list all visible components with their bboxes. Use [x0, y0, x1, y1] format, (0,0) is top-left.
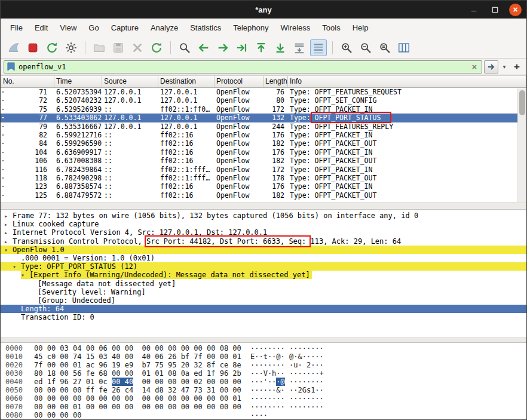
detail-line-3[interactable]: ▸Transmission Control Protocol, Src Port…	[1, 237, 526, 246]
minimize-icon[interactable]: –	[467, 3, 480, 16]
detail-line-11[interactable]: Length: 64	[1, 305, 526, 313]
packet-row-116[interactable]: 1166.782439864::ff02::1:fff…OpenFlow172T…	[1, 165, 526, 174]
hex-row-0000[interactable]: 000000 00 03 04 00 06 00 00 00 00 00 00 …	[5, 344, 526, 352]
detail-line-1[interactable]: ▸Linux cooked capture	[1, 220, 526, 228]
menu-item-view[interactable]: View	[54, 21, 82, 35]
detail-line-2[interactable]: ▸Internet Protocol Version 4, Src: 127.0…	[1, 228, 526, 237]
expander-right-icon[interactable]: ▸	[4, 238, 13, 246]
hex-row-0080[interactable]: 008000 00 00 00····	[5, 411, 526, 419]
clear-filter-icon[interactable]: ×	[470, 62, 479, 72]
scrollbar-thumb[interactable]	[519, 90, 525, 115]
menu-item-file[interactable]: File	[4, 21, 29, 35]
go-forward-icon[interactable]	[215, 39, 231, 56]
hex-bytes: 00 00 00 01 00 00 00 00 00 00 00 00 00 0…	[34, 403, 242, 411]
add-filter-button[interactable]: +	[510, 60, 523, 73]
packet-row-75[interactable]: 756.529526939::ff02::1:ff0…OpenFlow172Ty…	[1, 105, 526, 114]
packet-row-84[interactable]: 846.599296590::ff02::16OpenFlow182Type: …	[1, 139, 526, 148]
cell-dst: 127.0.0.1	[158, 88, 215, 96]
display-filter-input[interactable]: openflow_v1 ×	[4, 60, 482, 73]
packet-row-77[interactable]: 776.533403062127.0.0.1127.0.0.1OpenFlow1…	[1, 114, 526, 122]
close-icon[interactable]: ×	[509, 4, 522, 16]
column-header-destination[interactable]: Destination	[158, 76, 215, 87]
expander-down-icon[interactable]: ▾	[13, 263, 21, 271]
hex-row-0050[interactable]: 005000 00 00 00 ff fe 26 c4 14 d8 32 47 …	[5, 386, 526, 394]
expander-right-icon[interactable]: ▸	[4, 212, 13, 220]
save-file-icon[interactable]	[110, 39, 127, 56]
expander-right-icon[interactable]: ▸	[4, 220, 13, 229]
stop-capture-icon[interactable]	[24, 39, 41, 56]
filter-bookmark-icon[interactable]	[7, 62, 15, 71]
detail-line-4[interactable]: ▾OpenFlow 1.0	[1, 246, 526, 254]
column-header-protocol[interactable]: Protocol	[215, 76, 264, 87]
packet-row-72[interactable]: 726.520740232127.0.0.1127.0.0.1OpenFlow8…	[1, 96, 526, 105]
apply-filter-button[interactable]	[484, 60, 498, 73]
column-header-no[interactable]: No.	[1, 76, 54, 87]
detail-line-6[interactable]: ▾Type: OFPT_PORT_STATUS (12)	[1, 262, 526, 271]
hex-row-0020[interactable]: 00207f 00 00 01 ac 96 19 e9 b7 75 95 20 …	[5, 361, 526, 369]
hex-row-0030[interactable]: 003080 18 00 56 fe 68 00 00 01 01 08 0a …	[5, 369, 526, 378]
colorize-icon[interactable]	[310, 39, 327, 56]
packet-row-125[interactable]: 1256.887479572::ff02::16OpenFlow182Type:…	[1, 191, 526, 200]
hex-row-0070[interactable]: 007000 00 00 01 00 00 00 00 00 00 00 00 …	[5, 403, 526, 411]
detail-line-8[interactable]: [Message data not dissected yet]	[1, 280, 526, 288]
packet-row-82[interactable]: 826.599212716::ff02::16OpenFlow176Type: …	[1, 131, 526, 139]
go-back-icon[interactable]	[195, 39, 212, 56]
auto-scroll-icon[interactable]	[291, 39, 308, 56]
find-packet-icon[interactable]	[176, 39, 193, 56]
reload-icon[interactable]	[148, 39, 165, 56]
menu-item-analyze[interactable]: Analyze	[145, 21, 184, 35]
capture-options-icon[interactable]	[63, 39, 79, 56]
hex-bytes: 00 00 00 00 ff fe 26 c4 14 d8 32 47 73 3…	[34, 386, 242, 394]
menu-item-edit[interactable]: Edit	[29, 21, 54, 35]
menu-item-wireless[interactable]: Wireless	[274, 21, 316, 35]
filter-dropdown-icon[interactable]: ▾	[500, 63, 508, 70]
detail-line-10[interactable]: [Group: Undecoded]	[1, 296, 526, 305]
menu-item-capture[interactable]: Capture	[105, 21, 145, 35]
expander-right-icon[interactable]: ▸	[4, 229, 13, 237]
go-to-packet-icon[interactable]	[234, 39, 250, 56]
close-file-icon[interactable]	[129, 39, 146, 56]
detail-line-9[interactable]: [Severity level: Warning]	[1, 288, 526, 296]
maximize-icon[interactable]	[488, 3, 501, 16]
resize-columns-icon[interactable]	[396, 39, 412, 56]
packet-row-118[interactable]: 1186.782490298::ff02::1:fff…OpenFlow178T…	[1, 174, 526, 182]
column-header-length[interactable]: Length	[264, 76, 288, 87]
packet-row-71[interactable]: 716.520735394127.0.0.1127.0.0.1OpenFlow7…	[1, 88, 526, 96]
cell-dst: ff02::16	[158, 139, 215, 148]
expander-down-icon[interactable]: ▾	[21, 271, 29, 280]
packet-row-104[interactable]: 1046.636909917::ff02::16OpenFlow176Type:…	[1, 148, 526, 157]
open-file-icon[interactable]	[91, 39, 108, 56]
packet-row-106[interactable]: 1066.637008308::ff02::16OpenFlow182Type:…	[1, 157, 526, 165]
detail-line-12[interactable]: Transaction ID: 0	[1, 313, 526, 321]
zoom-in-icon[interactable]	[338, 39, 355, 56]
menu-item-help[interactable]: Help	[347, 21, 375, 35]
hex-row-0010[interactable]: 001045 c0 00 74 15 03 40 00 40 06 26 bf …	[5, 352, 526, 361]
column-header-source[interactable]: Source	[102, 76, 158, 87]
detail-line-0[interactable]: ▸Frame 77: 132 bytes on wire (1056 bits)…	[1, 211, 526, 220]
pane-splitter-1[interactable]	[1, 203, 526, 210]
go-first-icon[interactable]	[253, 39, 269, 56]
packet-row-123[interactable]: 1236.887358574::ff02::16OpenFlow176Type:…	[1, 182, 526, 191]
go-last-icon[interactable]	[272, 39, 289, 56]
column-header-info[interactable]: Info	[288, 76, 526, 87]
detail-line-7[interactable]: ▾[Expert Info (Warning/Undecoded): Messa…	[1, 271, 526, 279]
zoom-out-icon[interactable]	[357, 39, 374, 56]
expander-down-icon[interactable]: ▾	[4, 246, 13, 255]
menu-item-go[interactable]: Go	[82, 21, 105, 35]
menu-item-telephony[interactable]: Telephony	[227, 21, 274, 35]
restart-capture-icon[interactable]	[44, 39, 60, 56]
menu-item-tools[interactable]: Tools	[316, 21, 346, 35]
detail-line-5[interactable]: .000 0001 = Version: 1.0 (0x01)	[1, 254, 526, 262]
hex-row-0060[interactable]: 006000 00 00 00 00 00 00 00 00 00 00 00 …	[5, 394, 526, 403]
packet-row-79[interactable]: 796.535316667127.0.0.1127.0.0.1OpenFlow2…	[1, 122, 526, 131]
packet-list-header[interactable]: No.TimeSourceDestinationProtocolLengthIn…	[1, 75, 526, 88]
menu-item-statistics[interactable]: Statistics	[184, 21, 227, 35]
pane-splitter-2[interactable]	[1, 338, 526, 343]
packet-list-scrollbar[interactable]	[517, 88, 526, 202]
zoom-original-icon[interactable]	[376, 39, 393, 56]
detail-text: OpenFlow 1.0	[13, 246, 65, 254]
column-header-time[interactable]: Time	[54, 76, 102, 87]
hex-row-0040[interactable]: 0040ed 1f 96 27 01 0c 00 40 00 00 00 00 …	[5, 378, 526, 386]
cell-info: Type: OFPT_FEATURES_REPLY	[288, 122, 526, 131]
start-capture-icon[interactable]	[5, 39, 22, 56]
